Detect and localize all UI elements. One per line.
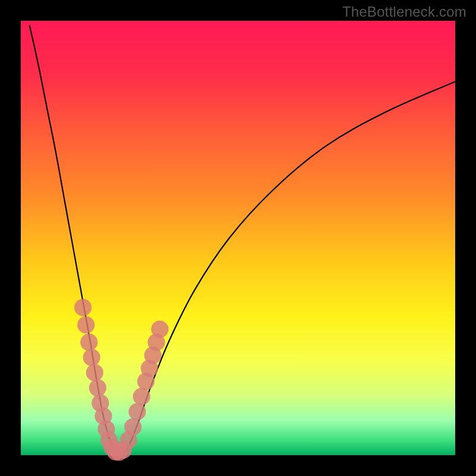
marker-point xyxy=(133,388,150,405)
marker-point xyxy=(151,321,168,338)
marker-point xyxy=(129,403,146,420)
marker-point xyxy=(124,418,142,436)
marker-point xyxy=(89,379,107,396)
marker-point xyxy=(80,334,98,351)
marker-point xyxy=(74,299,92,316)
marker-point xyxy=(83,349,100,366)
marker-point xyxy=(86,364,104,381)
chart-svg xyxy=(0,0,476,476)
watermark-text: TheBottleneck.com xyxy=(342,4,466,20)
marker-point xyxy=(77,316,95,333)
bottleneck-chart: TheBottleneck.com xyxy=(0,0,476,476)
plot-background xyxy=(21,21,455,455)
